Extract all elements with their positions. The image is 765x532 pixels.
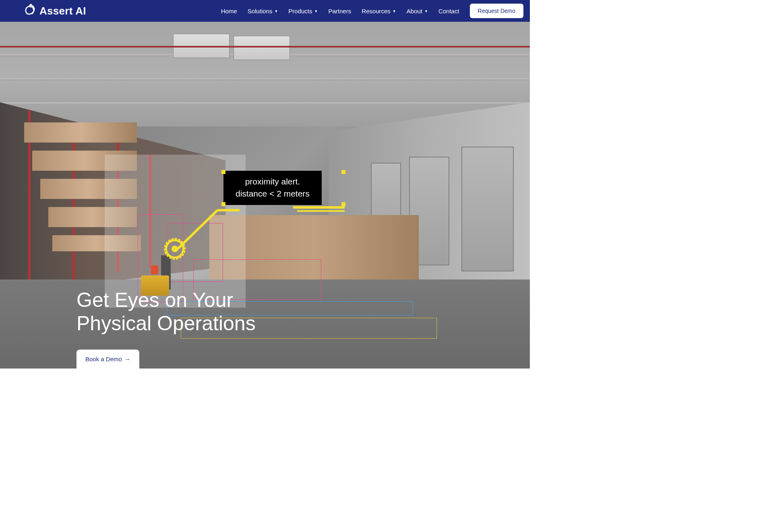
annotation-corner-marker xyxy=(221,202,225,206)
annotation-underline xyxy=(293,206,345,209)
annotation-corner-marker xyxy=(221,170,225,174)
hero-headline: Get Eyes on Your Physical Operations xyxy=(76,289,256,335)
pallets xyxy=(24,122,137,143)
annotation-underline xyxy=(297,210,345,212)
chevron-down-icon: ▼ xyxy=(393,9,396,13)
proximity-alert-annotation: proximity alert. distance < 2 meters xyxy=(223,171,322,205)
annotation-corner-marker xyxy=(341,170,345,174)
skylight xyxy=(234,36,290,60)
nav-item-label: Resources xyxy=(362,8,391,14)
hero-content: Get Eyes on Your Physical Operations Boo… xyxy=(76,289,256,368)
nav-item-label: Products xyxy=(288,8,312,14)
nav-home[interactable]: Home xyxy=(221,8,237,14)
target-reticle-icon xyxy=(165,239,184,259)
request-demo-button[interactable]: Request Demo xyxy=(470,4,523,18)
dock-door xyxy=(461,147,514,271)
chevron-down-icon: ▼ xyxy=(314,9,318,13)
nav-item-label: Partners xyxy=(328,8,351,14)
book-demo-label: Book a Demo xyxy=(85,356,122,362)
brand-logo[interactable]: Assert AI xyxy=(23,4,86,18)
arrow-right-icon: → xyxy=(124,356,130,362)
nav-about[interactable]: About ▼ xyxy=(407,8,428,14)
nav-resources[interactable]: Resources ▼ xyxy=(362,8,396,14)
nav-solutions[interactable]: Solutions ▼ xyxy=(248,8,278,14)
nav-partners[interactable]: Partners xyxy=(328,8,351,14)
nav-item-label: Home xyxy=(221,8,237,14)
nav-contact[interactable]: Contact xyxy=(438,8,459,14)
nav-item-label: Contact xyxy=(438,8,459,14)
hero-title-line2: Physical Operations xyxy=(76,312,256,335)
brand-name: Assert AI xyxy=(39,5,86,17)
annotation-corner-marker xyxy=(341,202,345,206)
chevron-down-icon: ▼ xyxy=(274,9,278,13)
nav-item-label: About xyxy=(407,8,422,14)
ceiling-beam xyxy=(0,102,530,105)
annotation-line2: distance < 2 meters xyxy=(236,188,310,200)
sprinkler-pipe xyxy=(0,46,530,48)
nav-item-label: Solutions xyxy=(248,8,273,14)
brand-loop-icon xyxy=(23,4,37,18)
hero-section: proximity alert. distance < 2 meters Get… xyxy=(0,22,530,368)
forklift-driver xyxy=(151,265,158,274)
hero-title-line1: Get Eyes on Your xyxy=(76,289,256,312)
rack-upright xyxy=(72,126,75,279)
nav-links: Home Solutions ▼ Products ▼ Partners Res… xyxy=(221,4,523,18)
annotation-line1: proximity alert. xyxy=(236,176,310,188)
nav-products[interactable]: Products ▼ xyxy=(288,8,318,14)
ceiling-beam xyxy=(0,78,530,81)
chevron-down-icon: ▼ xyxy=(424,9,428,13)
navbar: Assert AI Home Solutions ▼ Products ▼ Pa… xyxy=(0,0,530,22)
book-demo-button[interactable]: Book a Demo → xyxy=(76,350,139,368)
